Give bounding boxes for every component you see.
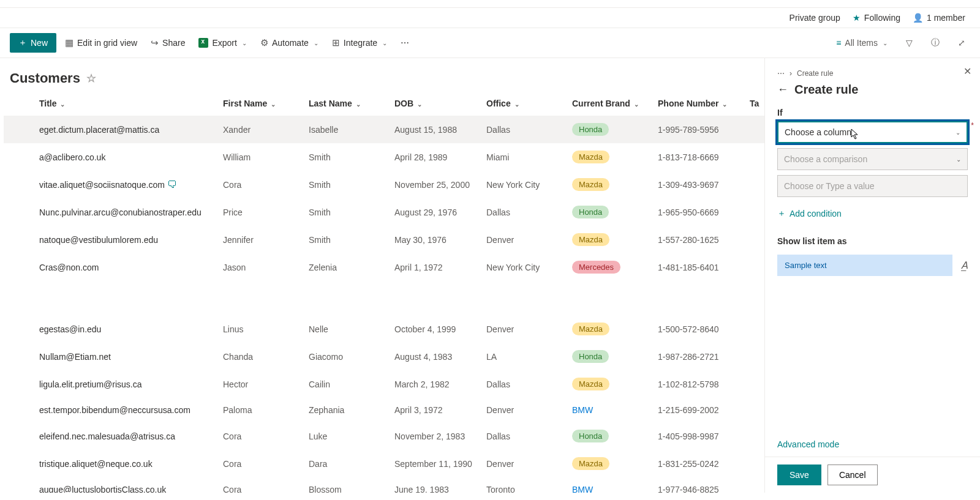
info-icon: ⓘ <box>931 37 940 48</box>
cell-phone: 1-831-255-0242 <box>653 450 745 477</box>
brand-value: BMW <box>572 485 593 493</box>
table-row[interactable]: augue@luctuslobortisClass.co.uk Cora Blo… <box>4 477 764 493</box>
save-button[interactable]: Save <box>777 465 821 485</box>
col-ta[interactable]: Ta <box>745 91 764 116</box>
choose-comparison-dropdown[interactable]: Choose a comparison ⌄ <box>777 148 968 170</box>
breadcrumb[interactable]: ⋯ › Create rule <box>777 69 968 78</box>
table-row[interactable]: est.tempor.bibendum@neccursusa.com Palom… <box>4 398 764 422</box>
table-row[interactable]: Nullam@Etiam.net Chanda Giacomo August 4… <box>4 343 764 370</box>
advanced-mode-link[interactable]: Advanced mode <box>777 439 968 449</box>
chevron-down-icon: ⌄ <box>242 40 247 47</box>
cell-title[interactable]: ligula.elit.pretium@risus.ca <box>34 370 218 398</box>
new-button[interactable]: ＋ New <box>10 33 56 53</box>
cell-title[interactable]: augue@luctuslobortisClass.co.uk <box>34 477 218 493</box>
cell-title[interactable]: eget.dictum.placerat@mattis.ca <box>34 116 218 143</box>
col-lastname[interactable]: Last Name ⌄ <box>304 91 390 116</box>
overflow-button[interactable]: ⋯ <box>396 34 414 51</box>
choose-column-dropdown[interactable]: Choose a column ⌄ <box>777 121 968 143</box>
list-grid[interactable]: Title ⌄ First Name ⌄ Last Name ⌄ DOB ⌄ O… <box>0 91 764 493</box>
cell-title[interactable]: vitae.aliquet@sociisnatoque.com 🗨 <box>34 171 218 198</box>
share-button[interactable]: ↪ Share <box>146 34 190 52</box>
table-row[interactable]: vitae.aliquet@sociisnatoque.com 🗨 Cora S… <box>4 171 764 198</box>
cell-title[interactable]: natoque@vestibulumlorem.edu <box>34 226 218 253</box>
cell-title[interactable]: Nunc.pulvinar.arcu@conubianostraper.edu <box>34 198 218 226</box>
cell-brand: Honda <box>567 343 653 370</box>
cancel-button[interactable]: Cancel <box>827 465 878 485</box>
back-arrow-icon[interactable]: ← <box>777 83 788 96</box>
brand-pill: Mazda <box>572 151 609 163</box>
brand-pill: Honda <box>572 123 609 136</box>
export-button[interactable]: Export ⌄ <box>194 34 251 51</box>
cell-firstname: Chanda <box>218 343 304 370</box>
members-link[interactable]: 1 member <box>913 13 965 23</box>
close-button[interactable]: ✕ <box>963 65 971 77</box>
table-row[interactable]: Nunc.pulvinar.arcu@conubianostraper.edu … <box>4 198 764 226</box>
cell-lastname: Zephania <box>304 398 390 422</box>
expand-button[interactable]: ⤢ <box>953 34 970 51</box>
create-rule-panel: ✕ ⋯ › Create rule ← Create rule If Choos… <box>764 58 980 493</box>
cell-title[interactable]: Cras@non.com <box>34 253 218 281</box>
table-row[interactable]: egestas@in.edu Linus Nelle October 4, 19… <box>4 315 764 343</box>
cell-title[interactable]: Nullam@Etiam.net <box>34 343 218 370</box>
automate-button[interactable]: ⚙ Automate ⌄ <box>255 34 323 52</box>
edit-style-icon[interactable]: A̲ <box>961 259 968 271</box>
cell-office: Dallas <box>481 198 567 226</box>
cell-office: Dallas <box>481 422 567 450</box>
col-firstname[interactable]: First Name ⌄ <box>218 91 304 116</box>
col-phone[interactable]: Phone Number ⌄ <box>653 91 745 116</box>
col-dob[interactable]: DOB ⌄ <box>390 91 481 116</box>
star-filled-icon: ★ <box>853 13 861 23</box>
following-toggle[interactable]: ★ Following <box>853 13 900 23</box>
chevron-down-icon: ⌄ <box>722 101 727 108</box>
cell-office: LA <box>481 343 567 370</box>
more-icon: ⋯ <box>777 69 785 78</box>
cell-phone: 1-995-789-5956 <box>653 116 745 143</box>
excel-icon <box>198 38 208 48</box>
list-icon: ≡ <box>836 38 841 48</box>
sample-preview[interactable]: Sample text <box>777 255 952 276</box>
brand-pill: Mazda <box>572 178 609 191</box>
if-label: If <box>777 108 968 118</box>
cell-dob: October 4, 1999 <box>390 315 481 343</box>
info-button[interactable]: ⓘ <box>926 34 944 52</box>
edit-grid-button[interactable]: ▦ Edit in grid view <box>60 34 142 52</box>
integrate-icon: ⊞ <box>332 37 340 48</box>
favorite-star-icon[interactable]: ☆ <box>86 72 96 85</box>
cell-lastname: Dara <box>304 450 390 477</box>
site-header: Private group ★ Following 1 member <box>0 8 980 28</box>
cell-dob: April 1, 1972 <box>390 253 481 281</box>
cell-title[interactable]: est.tempor.bibendum@neccursusa.com <box>34 398 218 422</box>
table-row[interactable]: tristique.aliquet@neque.co.uk Cora Dara … <box>4 450 764 477</box>
comment-icon[interactable]: 🗨 <box>167 179 177 190</box>
brand-pill: Honda <box>572 430 609 442</box>
cell-phone: 1-977-946-8825 <box>653 477 745 493</box>
integrate-button[interactable]: ⊞ Integrate ⌄ <box>327 34 392 52</box>
choose-value-input[interactable]: Choose or Type a value <box>777 175 968 197</box>
add-condition-button[interactable]: ＋ Add condition <box>777 208 968 219</box>
cell-title[interactable]: eleifend.nec.malesuada@atrisus.ca <box>34 422 218 450</box>
col-brand[interactable]: Current Brand ⌄ <box>567 91 653 116</box>
cell-title[interactable]: tristique.aliquet@neque.co.uk <box>34 450 218 477</box>
col-office[interactable]: Office ⌄ <box>481 91 567 116</box>
table-row[interactable]: a@aclibero.co.uk William Smith April 28,… <box>4 143 764 171</box>
table-row[interactable]: eget.dictum.placerat@mattis.ca Xander Is… <box>4 116 764 143</box>
table-row[interactable]: natoque@vestibulumlorem.edu Jennifer Smi… <box>4 226 764 253</box>
cell-phone: 1-965-950-6669 <box>653 198 745 226</box>
cell-title[interactable]: a@aclibero.co.uk <box>34 143 218 171</box>
table-row[interactable]: ligula.elit.pretium@risus.ca Hector Cail… <box>4 370 764 398</box>
brand-pill: Honda <box>572 350 609 363</box>
expand-icon: ⤢ <box>958 38 965 48</box>
brand-pill: Mercedes <box>572 261 620 274</box>
cell-lastname: Nelle <box>304 315 390 343</box>
plus-icon: ＋ <box>18 37 27 48</box>
filter-button[interactable]: ▽ <box>901 34 918 51</box>
table-row[interactable]: Cras@non.com Jason Zelenia April 1, 1972… <box>4 253 764 281</box>
cell-title[interactable]: egestas@in.edu <box>34 315 218 343</box>
grid-icon: ▦ <box>65 37 74 48</box>
col-title[interactable]: Title ⌄ <box>34 91 218 116</box>
table-row[interactable] <box>4 281 764 315</box>
chevron-right-icon: › <box>790 69 792 78</box>
plus-icon: ＋ <box>777 208 786 219</box>
table-row[interactable]: eleifend.nec.malesuada@atrisus.ca Cora L… <box>4 422 764 450</box>
view-selector[interactable]: ≡ All Items ⌄ <box>831 34 892 51</box>
